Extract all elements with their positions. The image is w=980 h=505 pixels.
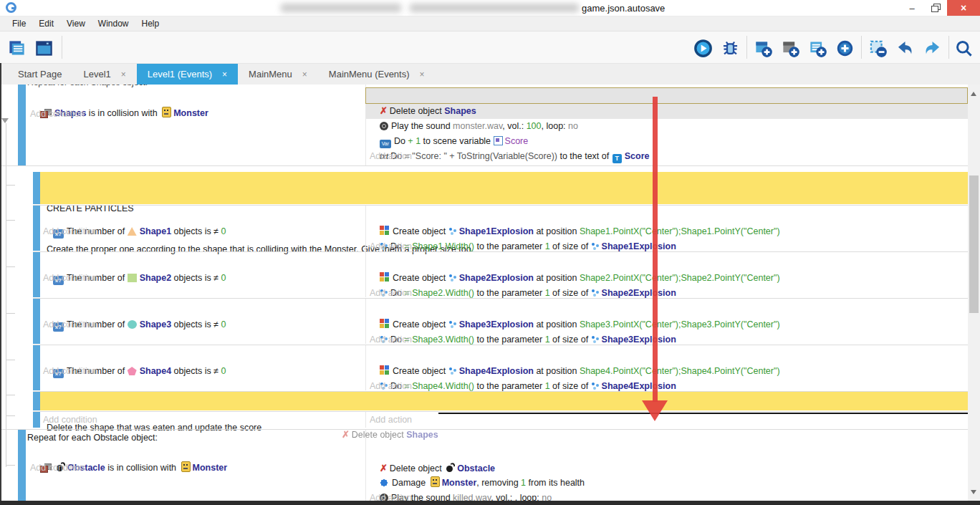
add-sub-event-icon[interactable] <box>779 37 801 59</box>
add-condition[interactable]: Add condition <box>43 364 97 379</box>
add-instruction-icon[interactable] <box>834 37 855 59</box>
title-bar: game.json.autosave – × <box>0 0 980 16</box>
redacted-title-segment <box>281 4 401 12</box>
action-create-shape2-explosion[interactable]: Create object Shape2Explosion at positio… <box>370 256 780 271</box>
scroll-down-icon[interactable] <box>971 490 976 494</box>
redacted-title-segment <box>410 4 579 12</box>
menu-view[interactable]: View <box>60 19 92 29</box>
search-icon[interactable] <box>953 37 974 59</box>
event-header-repeat-obstacle[interactable]: Repeat for each Obstacle object: <box>27 431 158 446</box>
monster-icon <box>162 107 171 117</box>
minimize-button[interactable]: – <box>901 0 923 16</box>
action-size-shape3-explosion[interactable]: Do = Shape3.Width() to the parameter 1 o… <box>370 317 676 332</box>
action-play-sound-killed[interactable]: Play the sound killed.wav, vol.: , loop:… <box>370 476 552 491</box>
column-divider <box>365 299 366 344</box>
event-bar <box>33 252 40 297</box>
action-create-shape1-explosion[interactable]: Create object Shape1Explosion at positio… <box>370 209 780 224</box>
action-play-sound-monster[interactable]: Play the sound monster.wav, vol.: 100, l… <box>370 104 578 119</box>
tab-start-page[interactable]: Start Page <box>7 64 72 85</box>
toolbar-separator <box>746 36 747 59</box>
event-header-clipped: Repeat for each Shapes object: <box>27 85 314 89</box>
tab-bar: Start Page Level1× Level1 (Events)× Main… <box>0 63 980 85</box>
tab-mainmenu[interactable]: MainMenu× <box>238 64 318 85</box>
add-event-icon[interactable] <box>752 37 774 59</box>
undo-icon[interactable] <box>894 37 916 59</box>
tab-close-icon[interactable]: × <box>222 69 227 80</box>
menu-window[interactable]: Window <box>92 19 135 29</box>
add-comment-icon[interactable] <box>807 37 828 59</box>
condition-collision-obstacle[interactable]: Obstacle is in collision with Monster <box>30 446 227 461</box>
action-set-score-text[interactable]: txtDo = "Score: " + ToString(Variable(Sc… <box>370 134 649 149</box>
monster-icon <box>181 461 191 472</box>
remove-selection-icon[interactable] <box>867 37 888 59</box>
add-condition[interactable]: Add condition <box>30 107 85 122</box>
add-action[interactable]: Add action <box>370 149 412 164</box>
text-object-icon: T <box>612 154 622 163</box>
event-bar <box>33 299 40 344</box>
menu-file[interactable]: File <box>6 19 32 29</box>
vertical-scrollbar[interactable] <box>968 85 980 505</box>
particle-emitter-icon <box>591 242 600 251</box>
fold-arrow-icon[interactable] <box>1 118 9 123</box>
condition-collision-shapes[interactable]: Shapes is in collision with Monster <box>30 91 208 106</box>
action-increment-score-variable[interactable]: VarDo + 1 to scene variable Score <box>370 119 528 134</box>
add-condition[interactable]: Add condition <box>43 413 97 428</box>
event-bar <box>33 392 40 410</box>
particle-emitter-icon <box>591 335 600 344</box>
condition-shape1-count[interactable]: x?The number of Shape1 objects is ≠ 0 <box>43 209 226 224</box>
action-delete-obstacle[interactable]: ✗Delete object Obstacle <box>370 446 495 461</box>
scene-window-icon[interactable] <box>33 37 54 59</box>
event-bar <box>33 206 40 251</box>
drag-ghost-delete-shapes: ✗Delete object Shapes <box>332 412 438 427</box>
action-size-shape4-explosion[interactable]: Do = Shape4.Width() to the parameter 1 o… <box>370 364 676 379</box>
event-bar <box>18 85 26 165</box>
redo-icon[interactable] <box>921 37 943 59</box>
shape3-icon <box>128 320 137 329</box>
shape4-icon <box>128 367 137 375</box>
condition-shape4-count[interactable]: x?The number of Shape4 objects is ≠ 0 <box>43 349 226 364</box>
action-size-shape1-explosion[interactable]: Do = Shape1.Width() to the parameter 1 o… <box>370 224 676 239</box>
action-create-shape4-explosion[interactable]: Create object Shape4Explosion at positio… <box>370 349 780 364</box>
action-create-shape3-explosion[interactable]: Create object Shape3Explosion at positio… <box>370 302 780 317</box>
tab-mainmenu-events[interactable]: MainMenu (Events)× <box>318 64 436 85</box>
comment-delete-shape[interactable]: Delete the shape that was eaten and upda… <box>40 392 968 410</box>
tab-level1-events[interactable]: Level1 (Events)× <box>137 64 238 85</box>
delete-icon: ✗ <box>342 427 350 442</box>
events-editor: Repeat for each Shapes object: Shapes is… <box>0 85 968 505</box>
comment-create-particles[interactable]: CREATE PARTICLES Create the proper one a… <box>40 172 968 204</box>
event-bar <box>33 345 40 390</box>
scroll-up-icon[interactable] <box>971 92 976 96</box>
toolbar <box>0 32 980 63</box>
tab-close-icon[interactable]: × <box>121 69 126 80</box>
debug-icon[interactable] <box>719 37 741 59</box>
play-icon[interactable] <box>692 37 714 59</box>
close-button[interactable]: × <box>947 0 980 16</box>
gdevelop-logo-icon <box>6 2 16 13</box>
action-damage-monster[interactable]: Damage Monster, removing 1 from its heal… <box>370 461 585 476</box>
tab-close-icon[interactable]: × <box>420 69 425 80</box>
project-manager-icon[interactable] <box>6 37 27 59</box>
action-size-shape2-explosion[interactable]: Do = Shape2.Width() to the parameter 1 o… <box>370 271 676 286</box>
action-delete-shapes[interactable]: ✗Delete object Shapes <box>370 88 476 103</box>
menu-edit[interactable]: Edit <box>32 19 60 29</box>
column-divider <box>365 206 366 251</box>
window-edge-bottom <box>0 501 980 505</box>
add-condition[interactable]: Add condition <box>43 271 97 286</box>
add-condition[interactable]: Add condition <box>43 317 97 332</box>
restore-icon <box>931 6 938 12</box>
add-condition[interactable]: Add condition <box>30 461 85 476</box>
condition-shape2-count[interactable]: x?The number of Shape2 objects is ≠ 0 <box>43 256 226 271</box>
scrollbar-thumb[interactable] <box>969 175 979 313</box>
annotation-arrow-head <box>642 400 668 421</box>
tab-close-icon[interactable]: × <box>302 69 307 80</box>
drop-indicator <box>438 413 968 414</box>
shape1-icon <box>128 227 137 236</box>
window-title: game.json.autosave <box>582 3 665 14</box>
particle-emitter-icon <box>591 289 600 297</box>
condition-shape3-count[interactable]: x?The number of Shape3 objects is ≠ 0 <box>43 302 226 317</box>
tab-level1[interactable]: Level1× <box>72 64 136 85</box>
particle-emitter-icon <box>591 382 600 390</box>
restore-button[interactable] <box>924 0 946 16</box>
add-condition[interactable]: Add condition <box>43 224 97 239</box>
menu-help[interactable]: Help <box>135 19 166 29</box>
